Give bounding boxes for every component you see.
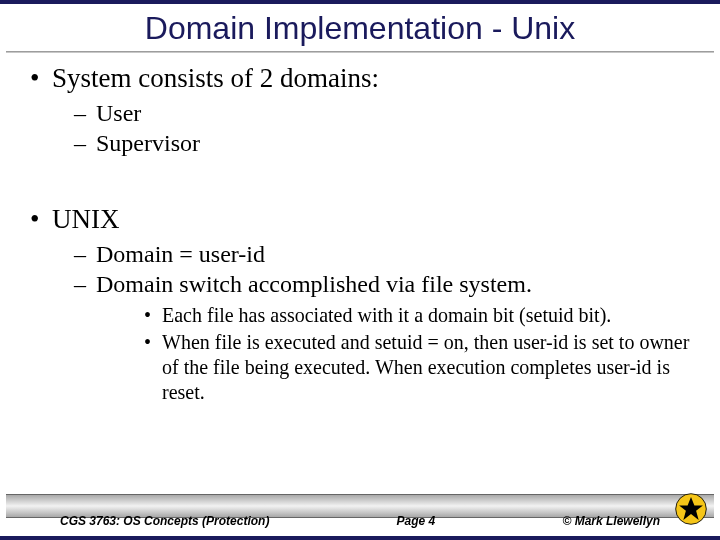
bullet-list-lvl1: UNIX Domain = user-id Domain switch acco…: [28, 204, 692, 405]
sub-item: Domain = user-id: [52, 239, 692, 269]
slide: Domain Implementation - Unix System cons…: [0, 0, 720, 540]
slide-title: Domain Implementation - Unix: [0, 10, 720, 47]
footer-copyright: © Mark Llewellyn: [562, 514, 660, 528]
bullet-1: System consists of 2 domains: User Super…: [28, 63, 692, 158]
sub-item: Domain switch accomplished via file syst…: [52, 269, 692, 405]
bullet-2-subsub: Each file has associated with it a domai…: [96, 303, 692, 405]
bullet-2: UNIX Domain = user-id Domain switch acco…: [28, 204, 692, 405]
bullet-2-text: UNIX: [52, 204, 120, 234]
footer-row: CGS 3763: OS Concepts (Protection) Page …: [0, 514, 720, 528]
footer-course: CGS 3763: OS Concepts (Protection): [60, 514, 269, 528]
sub-item-text: Domain switch accomplished via file syst…: [96, 271, 532, 297]
sub-item: User: [52, 98, 692, 128]
title-divider: [6, 51, 714, 53]
bullet-list-lvl1: System consists of 2 domains: User Super…: [28, 63, 692, 158]
sub-item: Supervisor: [52, 128, 692, 158]
bullet-1-sub: User Supervisor: [52, 98, 692, 158]
ucf-logo-icon: [674, 492, 708, 526]
bullet-1-text: System consists of 2 domains:: [52, 63, 379, 93]
bullet-2-sub: Domain = user-id Domain switch accomplis…: [52, 239, 692, 405]
slide-body: System consists of 2 domains: User Super…: [0, 63, 720, 405]
subsub-item: When file is executed and setuid = on, t…: [96, 330, 692, 405]
slide-footer: CGS 3763: OS Concepts (Protection) Page …: [0, 494, 720, 532]
footer-page: Page 4: [269, 514, 562, 528]
spacer: [28, 178, 692, 204]
subsub-item: Each file has associated with it a domai…: [96, 303, 692, 328]
